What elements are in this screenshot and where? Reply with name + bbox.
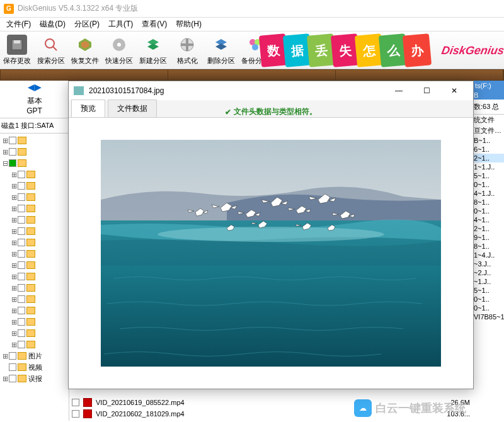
right-list-item[interactable]: 8~1..: [472, 198, 504, 207]
video-icon: [83, 398, 92, 407]
toolbar-label: 新建分区: [139, 56, 167, 66]
tree-item[interactable]: ⊞: [1, 294, 67, 305]
format-button[interactable]: 格式化: [170, 33, 204, 68]
image-file-icon: [74, 86, 84, 95]
svg-rect-12: [181, 43, 193, 46]
right-list-item[interactable]: VI7B85~1..: [472, 312, 504, 321]
tree-item[interactable]: ⊞: [1, 214, 67, 225]
tree-item[interactable]: ⊞: [1, 339, 67, 350]
tree-item-video[interactable]: 视频: [1, 362, 67, 373]
nav-arrows[interactable]: ◀▶: [0, 81, 69, 93]
tree-item-images[interactable]: ⊞图片: [1, 350, 67, 362]
right-list-item[interactable]: 亘文件…: [472, 125, 504, 136]
right-list-item[interactable]: 5~1..: [472, 286, 504, 295]
right-list-item[interactable]: B~1..: [472, 136, 504, 145]
recover-icon: [77, 37, 93, 52]
tree-item[interactable]: ⊞: [1, 237, 67, 248]
right-list-item[interactable]: 统文件: [472, 115, 504, 125]
right-list-item[interactable]: 2~1..: [472, 154, 504, 163]
menu-help[interactable]: 帮助(H): [172, 18, 205, 31]
tree-item[interactable]: ⊞: [1, 180, 67, 191]
right-list-item[interactable]: 5~1..: [472, 171, 504, 180]
maximize-button[interactable]: ☐: [413, 82, 440, 100]
tree-item[interactable]: ⊞: [1, 328, 67, 339]
tree-item[interactable]: ⊞: [1, 305, 67, 316]
disk-map[interactable]: [0, 69, 504, 81]
disk-gpt-label: GPT: [3, 106, 66, 115]
svg-line-3: [53, 47, 57, 50]
menu-disk[interactable]: 磁盘(D): [36, 18, 69, 31]
right-sub: B: [472, 91, 504, 100]
close-button[interactable]: ✕: [440, 82, 468, 100]
new-partition-button[interactable]: 新建分区: [136, 33, 170, 68]
menu-tools[interactable]: 工具(T): [105, 18, 137, 31]
tree-item[interactable]: ⊞: [1, 225, 67, 237]
right-list-item[interactable]: 4~1..: [472, 215, 504, 224]
cloud-icon: ☁: [354, 399, 372, 417]
tree-item[interactable]: ⊞: [1, 248, 67, 259]
right-count: 数:63 总: [472, 100, 504, 115]
tree-item[interactable]: ⊞: [1, 282, 67, 294]
right-list-item[interactable]: 4~1.J..: [472, 189, 504, 198]
layers-icon: [146, 37, 161, 52]
tree-item[interactable]: ⊟: [1, 157, 67, 169]
menu-partition[interactable]: 分区(P): [71, 18, 103, 31]
toolbar-label: 格式化: [177, 56, 198, 66]
tree-item[interactable]: ⊞: [1, 271, 67, 282]
svg-rect-1: [14, 40, 20, 43]
app-logo-icon: G: [4, 4, 14, 14]
tab-filedata[interactable]: 文件数据: [108, 100, 157, 117]
minimize-button[interactable]: —: [385, 82, 413, 100]
delete-icon: [214, 37, 229, 52]
right-list-item[interactable]: 9~1..: [472, 233, 504, 242]
tab-preview[interactable]: 预览: [71, 100, 105, 117]
save-icon: [11, 38, 23, 51]
window-title: DiskGenius V5.4.3.1322 x64 专业版: [18, 3, 138, 14]
right-list-item[interactable]: ~3.J..: [472, 259, 504, 268]
right-list-item[interactable]: 6~1..: [472, 145, 504, 154]
right-list-item[interactable]: ~2.J..: [472, 268, 504, 277]
header-status: ✔ 文件头数据与类型相符。: [225, 106, 317, 117]
disk-status: 磁盘1 接口:SATA: [0, 118, 69, 134]
right-list-item[interactable]: 0~1..: [472, 180, 504, 189]
tree-label: 图片: [28, 351, 42, 361]
disk-segment[interactable]: [336, 70, 503, 80]
watermark-text: 白云一键重装系统: [375, 401, 466, 416]
tree-item[interactable]: ⊞: [1, 135, 67, 146]
right-list-item[interactable]: 1~4.J..: [472, 251, 504, 259]
right-list-item[interactable]: 1~1.J..: [472, 163, 504, 171]
right-list-item[interactable]: 2~1..: [472, 224, 504, 233]
toolbar-label: 搜索分区: [37, 56, 65, 66]
recover-file-button[interactable]: 恢复文件: [68, 33, 102, 68]
delete-partition-button[interactable]: 删除分区: [204, 33, 238, 68]
menu-file[interactable]: 文件(F): [3, 18, 35, 31]
disk-segment[interactable]: [1, 70, 168, 80]
promo-brand: DiskGenius: [440, 44, 504, 57]
menu-view[interactable]: 查看(V): [138, 18, 171, 31]
save-button[interactable]: 保存更改: [0, 33, 34, 68]
tree-item[interactable]: ⊞: [1, 191, 67, 203]
folder-tree[interactable]: ⊞ ⊞ ⊟ ⊞ ⊞ ⊞ ⊞ ⊞ ⊞ ⊞ ⊞ ⊞ ⊞ ⊞ ⊞ ⊞ ⊞ ⊞ ⊞ ⊞图…: [0, 134, 69, 385]
tree-item[interactable]: ⊞: [1, 146, 67, 157]
right-list-item[interactable]: 0~1..: [472, 207, 504, 215]
disk-segment[interactable]: [168, 70, 336, 80]
tree-item[interactable]: ⊞: [1, 169, 67, 180]
tree-item-false[interactable]: ⊞误报: [1, 373, 67, 384]
dialog-titlebar[interactable]: 202103101517084.jpg — ☐ ✕: [69, 81, 473, 100]
tree-item[interactable]: ⊞: [1, 259, 67, 271]
video-icon: [83, 409, 92, 418]
right-list-item[interactable]: ~1.J..: [472, 277, 504, 286]
promo-char: 办: [403, 33, 432, 67]
search-partition-button[interactable]: 搜索分区: [34, 33, 68, 68]
right-list-item[interactable]: 8~1..: [472, 242, 504, 251]
right-list-item[interactable]: 0~1..: [472, 304, 504, 312]
fast-partition-button[interactable]: 快速分区: [102, 33, 136, 68]
tree-item[interactable]: ⊞: [1, 316, 67, 328]
svg-marker-9: [147, 43, 159, 50]
tree-item[interactable]: ⊞: [1, 203, 67, 214]
svg-point-2: [45, 39, 54, 48]
disc-icon: [112, 37, 127, 52]
toolbar-label: 保存更改: [3, 56, 31, 66]
menubar: 文件(F) 磁盘(D) 分区(P) 工具(T) 查看(V) 帮助(H): [0, 18, 504, 31]
right-list-item[interactable]: 0~1..: [472, 295, 504, 304]
